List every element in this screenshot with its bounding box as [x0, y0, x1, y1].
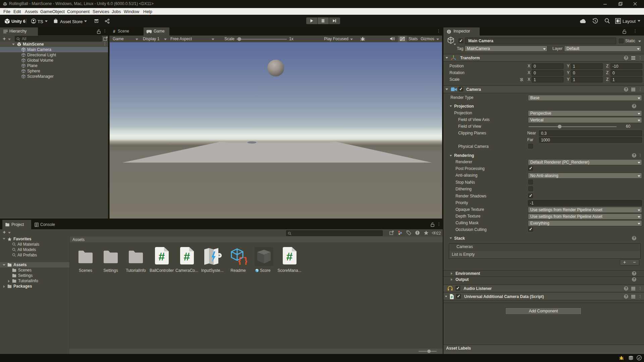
svg-text:#: #	[451, 295, 453, 299]
